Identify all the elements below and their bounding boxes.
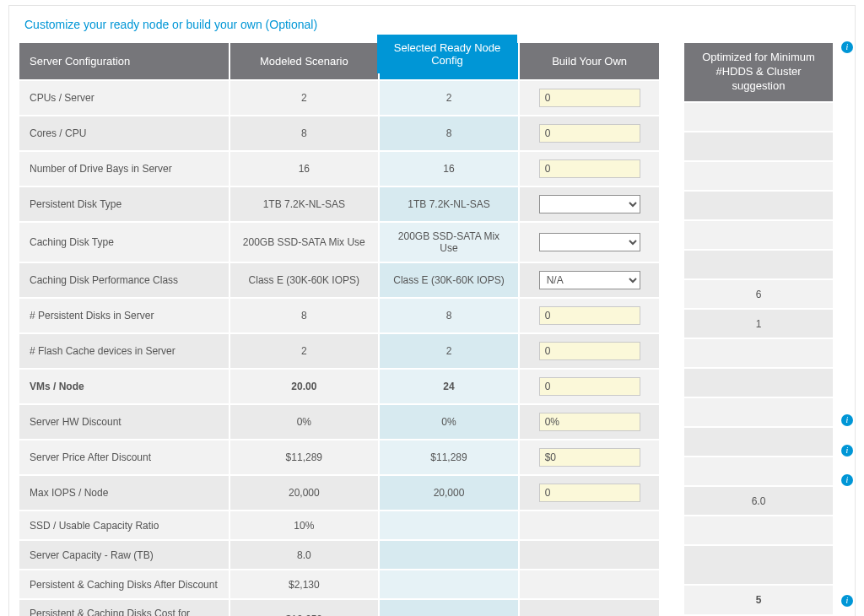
- optimized-table: Optimized for Minimum #HDDS & Cluster su…: [684, 43, 833, 614]
- optimized-value: [684, 427, 833, 457]
- optimized-row: [684, 102, 833, 132]
- selected-value: 2: [379, 333, 520, 369]
- optimized-row: [684, 191, 833, 220]
- info-icon[interactable]: [841, 41, 853, 53]
- byo-input-nflash[interactable]: [539, 342, 640, 360]
- modeled-value: 2: [230, 333, 379, 369]
- byo-cell: [519, 333, 660, 369]
- table-row: # Persistent Disks in Server88: [19, 298, 660, 333]
- selected-value: 2: [379, 80, 520, 116]
- byo-input-cpus[interactable]: [539, 89, 640, 107]
- selected-value: 200GB SSD-SATA Mix Use: [379, 222, 520, 262]
- optimized-row: [684, 220, 833, 250]
- info-icon[interactable]: [841, 595, 853, 607]
- modeled-value: $2,130: [230, 570, 379, 599]
- modeled-value: $10,650: [230, 599, 379, 616]
- table-row: Persistent & Caching Disks After Discoun…: [19, 570, 660, 599]
- table-row: Server Price After Discount$11,289$11,28…: [19, 440, 660, 475]
- byo-select-pdisk_type[interactable]: [539, 195, 640, 213]
- info-icon[interactable]: [841, 414, 853, 426]
- optimized-row: [684, 132, 833, 161]
- table-row: Cores / CPU88: [19, 116, 660, 151]
- modeled-value: 20,000: [230, 475, 379, 511]
- optimized-row: 6: [684, 279, 833, 309]
- optimized-row: 5: [684, 585, 833, 614]
- optimized-value: [684, 132, 833, 161]
- row-label: Persistent & Caching Disks Cost for Clus…: [19, 599, 230, 616]
- modeled-value: 16: [230, 151, 379, 186]
- selected-value: 24: [379, 369, 520, 404]
- optimized-row: [684, 545, 833, 585]
- byo-input-npdisks[interactable]: [539, 306, 640, 325]
- optimized-value: [684, 397, 833, 427]
- byo-cell: [519, 369, 660, 404]
- col-modeled-scenario: Modeled Scenario: [230, 43, 379, 80]
- optimized-row: [684, 397, 833, 427]
- byo-select-cdisk_perf[interactable]: N/A: [539, 271, 640, 289]
- optimized-row: [684, 516, 833, 545]
- byo-cell: [519, 80, 660, 116]
- row-label: Max IOPS / Node: [19, 475, 230, 511]
- byo-input-cores[interactable]: [539, 124, 640, 143]
- table-row: Caching Disk Type200GB SSD-SATA Mix Use2…: [19, 222, 660, 262]
- selected-header-bump: Selected Ready Node Config: [377, 35, 517, 73]
- byo-input-vms[interactable]: [539, 377, 640, 396]
- selected-value: 8: [379, 298, 520, 333]
- table-row: Max IOPS / Node20,00020,000: [19, 475, 660, 511]
- byo-cell: [519, 186, 660, 222]
- optimized-row: 1: [684, 309, 833, 338]
- modeled-value: 200GB SSD-SATA Mix Use: [230, 222, 379, 262]
- byo-cell: [519, 116, 660, 151]
- table-row: Server Capacity - Raw (TB)8.0: [19, 540, 660, 570]
- optimized-row: [684, 368, 833, 397]
- byo-input-bays[interactable]: [539, 159, 640, 178]
- optimized-value: 5: [684, 585, 833, 614]
- optimized-row: [684, 427, 833, 457]
- table-row: Persistent & Caching Disks Cost for Clus…: [19, 599, 660, 616]
- optimized-value: 1: [684, 309, 833, 338]
- selected-value: 20,000: [379, 475, 520, 511]
- row-label: Caching Disk Type: [19, 222, 230, 262]
- byo-input-maxiops[interactable]: [539, 484, 640, 502]
- optimized-row: [684, 250, 833, 279]
- byo-input-spad[interactable]: [539, 448, 640, 467]
- optimized-value: [684, 250, 833, 279]
- byo-cell: [519, 298, 660, 333]
- row-label: Server Capacity - Raw (TB): [19, 540, 230, 570]
- table-row: CPUs / Server22: [19, 80, 660, 116]
- modeled-value: 8: [230, 298, 379, 333]
- modeled-value: Class E (30K-60K IOPS): [230, 262, 379, 298]
- optimized-value: [684, 457, 833, 486]
- optimized-row: 6.0: [684, 486, 833, 516]
- optimized-value: [684, 545, 833, 585]
- row-label: Persistent & Caching Disks After Discoun…: [19, 570, 230, 599]
- byo-input-hwdisc[interactable]: [539, 413, 640, 431]
- modeled-value: 8: [230, 116, 379, 151]
- modeled-value: 2: [230, 80, 379, 116]
- byo-cell: [519, 440, 660, 475]
- optimized-value: [684, 102, 833, 132]
- optimized-value: 6: [684, 279, 833, 309]
- modeled-value: $11,289: [230, 440, 379, 475]
- row-label: Server HW Discount: [19, 404, 230, 440]
- optimized-value: [684, 220, 833, 250]
- byo-cell: N/A: [519, 262, 660, 298]
- row-label: SSD / Usable Capacity Ratio: [19, 511, 230, 540]
- col-optimized-suggestion: Optimized for Minimum #HDDS & Cluster su…: [684, 43, 833, 102]
- table-row: Number of Drive Bays in Server1616: [19, 151, 660, 186]
- byo-select-cdisk_type[interactable]: [539, 233, 640, 251]
- info-icon[interactable]: [841, 474, 853, 486]
- byo-cell: [519, 570, 660, 599]
- selected-value: $11,289: [379, 440, 520, 475]
- optimized-value: 6.0: [684, 486, 833, 516]
- col-build-your-own: Build Your Own: [519, 43, 660, 80]
- table-row: # Flash Cache devices in Server22: [19, 333, 660, 369]
- selected-value: [379, 570, 520, 599]
- optimized-value: [684, 368, 833, 397]
- table-row: Caching Disk Performance ClassClass E (3…: [19, 262, 660, 298]
- selected-value: 0%: [379, 404, 520, 440]
- optimized-value: [684, 338, 833, 368]
- info-icon[interactable]: [841, 445, 853, 457]
- row-label: Server Price After Discount: [19, 440, 230, 475]
- byo-cell: [519, 404, 660, 440]
